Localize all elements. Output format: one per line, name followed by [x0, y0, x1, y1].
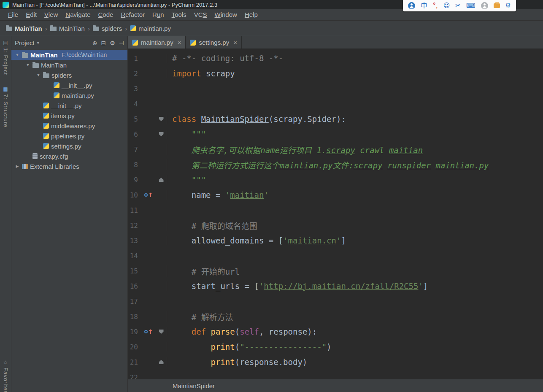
code-line-text[interactable]: """	[167, 130, 543, 139]
breadcrumb-item[interactable]: maintian.py	[130, 25, 171, 32]
menu-item-help[interactable]: Help	[241, 10, 262, 19]
toolbox-icon[interactable]	[494, 3, 500, 8]
line-number[interactable]: 14	[128, 252, 141, 260]
chevron-down-icon[interactable]: ▾	[37, 41, 39, 45]
screenshot-scissors-icon[interactable]: ✂	[455, 0, 461, 11]
fold-up-icon[interactable]	[159, 360, 164, 364]
close-tab-icon[interactable]: ×	[178, 39, 181, 46]
soft-keyboard-icon[interactable]: ⌨	[466, 0, 475, 11]
breadcrumb-item[interactable]: spiders	[93, 25, 122, 32]
editor-tab-maintian.py[interactable]: maintian.py×	[128, 36, 186, 49]
tree-item[interactable]: maintian.py	[11, 90, 127, 100]
ime-account-icon[interactable]	[408, 2, 415, 9]
hide-panel-icon[interactable]: ⊣	[119, 40, 124, 46]
line-number[interactable]: 20	[128, 343, 141, 351]
locate-file-icon[interactable]: ⊕	[92, 40, 97, 46]
line-number[interactable]: 2	[128, 70, 141, 78]
menu-item-run[interactable]: Run	[149, 10, 168, 19]
code-line-text[interactable]: print(response.body)	[167, 357, 543, 367]
tree-item[interactable]: ▼MainTian	[11, 60, 127, 70]
menu-item-edit[interactable]: Edit	[22, 10, 41, 19]
menu-item-view[interactable]: View	[41, 10, 62, 19]
code-line-text[interactable]: allowed_domains = ['maitian.cn']	[167, 236, 543, 245]
project-panel-title[interactable]: Project	[15, 39, 35, 46]
line-number[interactable]: 1	[128, 54, 141, 62]
code-line-text[interactable]: # 解析方法	[167, 311, 543, 322]
code-line-text[interactable]: def parse(self, response):	[167, 327, 543, 336]
fold-down-icon[interactable]	[159, 117, 164, 121]
tree-item[interactable]: middlewares.py	[11, 121, 127, 131]
code-line-text[interactable]: 爬虫名字,可以根据name运行项目 1.scrapy crawl maitian	[167, 144, 543, 155]
line-number[interactable]: 13	[128, 237, 141, 245]
code-line-text[interactable]: 第二种运行方式运行这个maintian.py文件:scrapy runspide…	[167, 159, 543, 170]
code-line-text[interactable]: start_urls = ['http://bj.maitian.cn/zfal…	[167, 281, 543, 291]
tree-item[interactable]: pipelines.py	[11, 131, 127, 141]
code-line-text[interactable]: # 开始的url	[167, 265, 543, 277]
tree-item[interactable]: scrapy.cfg	[11, 151, 127, 161]
stripe-button-favorites[interactable]: ☆Favorites	[0, 360, 11, 392]
punctuation-mode-icon[interactable]: °,	[432, 0, 438, 11]
code-line-text[interactable]: print("----------------")	[167, 342, 543, 351]
line-number[interactable]: 19	[128, 328, 141, 336]
chevron-right-icon[interactable]: ▶	[15, 164, 20, 168]
line-number[interactable]: 21	[128, 358, 141, 366]
code-line-text[interactable]: name = 'maitian'	[167, 190, 543, 200]
line-number[interactable]: 4	[128, 100, 141, 108]
emoji-picker-icon[interactable]: ☺	[443, 0, 450, 11]
menu-item-file[interactable]: File	[4, 10, 22, 19]
code-editor[interactable]: 1# -*- coding: utf-8 -*-2import scrapy34…	[128, 49, 543, 379]
code-line-text[interactable]: """	[167, 175, 543, 184]
breadcrumb-item[interactable]: MainTian	[6, 25, 42, 32]
tree-item[interactable]: ▼spiders	[11, 70, 127, 80]
menu-item-vcs[interactable]: VCS	[190, 10, 211, 19]
chevron-down-icon[interactable]: ▼	[15, 53, 20, 57]
menu-item-tools[interactable]: Tools	[168, 10, 190, 19]
line-number[interactable]: 17	[128, 297, 141, 305]
tree-item[interactable]: ▼MainTianF:\code\MainTian	[11, 50, 127, 60]
line-number[interactable]: 16	[128, 282, 141, 290]
line-number[interactable]: 7	[128, 146, 141, 154]
code-line-text[interactable]: import scrapy	[167, 69, 543, 78]
fold-up-icon[interactable]	[159, 178, 164, 182]
line-number[interactable]: 12	[128, 222, 141, 230]
stripe-button-project[interactable]: ▤1: Project	[0, 40, 11, 75]
override-gutter-icon[interactable]: ↑	[144, 192, 153, 198]
stripe-button-structure[interactable]: ▦7: Structure	[0, 86, 11, 127]
menu-item-window[interactable]: Window	[211, 10, 241, 19]
line-number[interactable]: 11	[128, 206, 141, 214]
tree-item[interactable]: ▶External Libraries	[11, 161, 127, 171]
code-line-text[interactable]: # -*- coding: utf-8 -*-	[167, 54, 543, 63]
line-number[interactable]: 9	[128, 176, 141, 184]
skin-person-icon[interactable]	[481, 2, 488, 9]
chinese-mode-icon[interactable]: 中	[421, 0, 427, 11]
fold-down-icon[interactable]	[159, 330, 164, 334]
tree-item[interactable]: settings.py	[11, 141, 127, 151]
breadcrumb-item[interactable]: MainTian	[50, 25, 85, 32]
breadcrumb-class-name[interactable]: MaintianSpider	[173, 382, 215, 389]
fold-down-icon[interactable]	[159, 132, 164, 136]
ime-settings-gear-icon[interactable]: ⚙	[505, 0, 511, 11]
line-number[interactable]: 8	[128, 161, 141, 169]
chevron-down-icon[interactable]: ▼	[36, 73, 41, 77]
menu-item-refactor[interactable]: Refactor	[117, 10, 149, 19]
editor-tab-settings.py[interactable]: settings.py×	[186, 36, 241, 49]
menu-item-code[interactable]: Code	[95, 10, 117, 19]
ime-toolbar[interactable]: 中°,☺✂⌨⚙	[403, 0, 516, 11]
close-tab-icon[interactable]: ×	[233, 39, 237, 46]
code-line-text[interactable]: # 爬取的域名范围	[167, 220, 543, 231]
tree-item[interactable]: __init__.py	[11, 100, 127, 111]
line-number[interactable]: 18	[128, 313, 141, 321]
tree-item[interactable]: items.py	[11, 111, 127, 121]
line-number[interactable]: 15	[128, 267, 141, 275]
override-gutter-icon[interactable]: ↑	[144, 329, 153, 335]
line-number[interactable]: 22	[128, 373, 141, 379]
title-bar[interactable]: MainTian - [F:\code\MainTian] - ...\Main…	[0, 0, 543, 9]
line-number[interactable]: 5	[128, 115, 141, 123]
tree-item[interactable]: __init__.py	[11, 80, 127, 90]
line-number[interactable]: 10	[128, 191, 141, 199]
line-number[interactable]: 3	[128, 85, 141, 93]
chevron-down-icon[interactable]: ▼	[25, 63, 30, 67]
settings-gear-icon[interactable]: ⚙	[110, 40, 115, 46]
menu-item-navigate[interactable]: Navigate	[62, 10, 94, 19]
code-line-text[interactable]: class MaintianSpider(scrapy.Spider):	[167, 114, 543, 124]
